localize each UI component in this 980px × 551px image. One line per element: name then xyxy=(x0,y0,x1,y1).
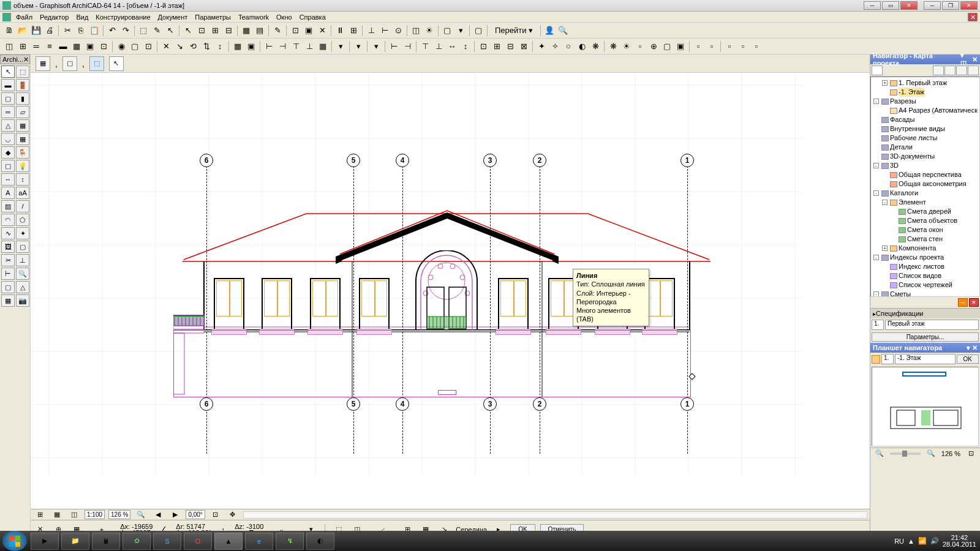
t15-icon[interactable]: ⇅ xyxy=(200,40,213,53)
info-default[interactable]: ▦ xyxy=(36,56,50,71)
layer-icon[interactable]: ▤ xyxy=(253,24,266,37)
t28-icon[interactable]: ⊣ xyxy=(401,40,414,53)
cursor-icon[interactable]: ↖ xyxy=(181,24,195,37)
trace-icon[interactable]: ✎ xyxy=(150,24,164,37)
undo-icon[interactable]: ↶ xyxy=(105,24,119,37)
tree-item[interactable]: Детали xyxy=(872,143,978,152)
mini-zoom-out[interactable]: 🔍 xyxy=(873,447,886,460)
tool-line[interactable]: / xyxy=(16,200,29,212)
tool-column[interactable]: ▮ xyxy=(16,92,29,105)
t8-icon[interactable]: ⊡ xyxy=(97,40,110,53)
snap2-icon[interactable]: ⊞ xyxy=(208,24,222,37)
tree-item[interactable]: Смета окон xyxy=(872,225,978,234)
tree-item[interactable]: + Компонента xyxy=(872,244,978,253)
nav-btn-3[interactable] xyxy=(956,66,967,75)
tool-beam[interactable]: ═ xyxy=(1,106,15,118)
paste-icon[interactable]: 📋 xyxy=(88,24,101,37)
print-icon[interactable]: 🖨 xyxy=(43,24,56,37)
snap1-icon[interactable]: ⊡ xyxy=(195,24,208,37)
task-archicad[interactable]: ▲ xyxy=(214,533,243,550)
clock-time[interactable]: 21:42 xyxy=(943,534,976,541)
t20-icon[interactable]: ⊣ xyxy=(276,40,289,53)
t6-icon[interactable]: ▦ xyxy=(70,40,83,53)
sel2-icon[interactable]: ▣ xyxy=(302,24,315,37)
tree-item[interactable]: - Сметы xyxy=(872,290,978,297)
task-explorer[interactable]: 📁 xyxy=(61,533,89,550)
t36-icon[interactable]: ⊠ xyxy=(517,40,530,53)
find2-icon[interactable]: 🔍 xyxy=(556,24,570,37)
tree-item[interactable]: Индекс листов xyxy=(872,262,978,271)
tool-zone[interactable]: ▢ xyxy=(1,160,15,172)
tree-item[interactable]: - Каталоги xyxy=(872,189,978,198)
tree-item[interactable]: Список чертежей xyxy=(872,280,978,290)
t25-icon[interactable]: ▾ xyxy=(352,40,365,53)
t14-icon[interactable]: ⟲ xyxy=(186,40,200,53)
menu-окно[interactable]: Окно xyxy=(273,12,296,22)
t13-icon[interactable]: ↘ xyxy=(173,40,186,53)
t51-icon[interactable]: ▫ xyxy=(736,40,750,53)
tool-object[interactable]: 🪑 xyxy=(16,146,29,159)
minimize-button[interactable]: ─ xyxy=(864,1,881,10)
suspend-icon[interactable]: ⏸ xyxy=(333,24,347,37)
tray-icon[interactable]: ▲ xyxy=(908,538,914,545)
tool-slab[interactable]: ▱ xyxy=(16,106,29,118)
t46-icon[interactable]: ▢ xyxy=(660,40,674,53)
t32-icon[interactable]: ↕ xyxy=(459,40,472,53)
menu-teamwork[interactable]: Teamwork xyxy=(235,12,273,22)
menu-документ[interactable]: Документ xyxy=(154,12,192,22)
t43-icon[interactable]: ☀ xyxy=(620,40,633,53)
task-media[interactable]: ▶ xyxy=(31,533,59,550)
t21-icon[interactable]: ⊤ xyxy=(289,40,303,53)
tool-lamp[interactable]: 💡 xyxy=(16,160,29,172)
tool-curtain[interactable]: ▦ xyxy=(16,133,29,145)
angle-input[interactable]: 0,00° xyxy=(186,510,205,519)
tree-item[interactable]: - Индексы проекта xyxy=(872,253,978,262)
tool-arc[interactable]: ◠ xyxy=(1,214,15,226)
info-geometry[interactable]: ⬚ xyxy=(89,56,104,71)
h-scrollbar[interactable] xyxy=(243,511,867,519)
t52-icon[interactable]: ▫ xyxy=(750,40,763,53)
org-name[interactable]: -1. Этаж xyxy=(895,354,956,364)
task-opera[interactable]: O xyxy=(184,533,212,550)
mini-zoom-in[interactable]: 🔍 xyxy=(924,447,938,460)
tool-elev[interactable]: ⊥ xyxy=(16,254,29,266)
scale-input[interactable]: 1:100 xyxy=(85,510,105,519)
nav-map-icon[interactable] xyxy=(872,66,883,75)
t45-icon[interactable]: ⊕ xyxy=(647,40,660,53)
render-icon[interactable]: ☀ xyxy=(423,24,436,37)
tool-roof[interactable]: △ xyxy=(1,119,15,132)
tool-morph[interactable]: ◆ xyxy=(1,146,15,159)
tree-item[interactable]: - 3D xyxy=(872,161,978,170)
info-layer[interactable]: ▢ xyxy=(62,56,77,71)
minimap[interactable] xyxy=(872,367,979,446)
tool-camera[interactable]: 📷 xyxy=(16,294,29,307)
fillet-icon[interactable]: ⊙ xyxy=(391,24,405,37)
tool-poly[interactable]: ⬠ xyxy=(16,214,29,226)
find-icon[interactable]: 👤 xyxy=(543,24,556,37)
tree-item[interactable]: Список видов xyxy=(872,271,978,280)
menu-редактор[interactable]: Редактор xyxy=(36,12,72,22)
spec-name[interactable]: Первый этаж xyxy=(885,320,979,330)
close-button[interactable]: ✕ xyxy=(900,1,918,10)
snap3-icon[interactable]: ⊟ xyxy=(222,24,235,37)
tray-vol-icon[interactable]: 🔊 xyxy=(930,537,939,545)
goto-icon[interactable]: Перейти ▾ xyxy=(489,24,538,37)
navigator-close-icon[interactable]: ✕ xyxy=(972,56,978,64)
t16-icon[interactable]: ↕ xyxy=(213,40,227,53)
t47-icon[interactable]: ▣ xyxy=(674,40,687,53)
t2-icon[interactable]: ⊞ xyxy=(16,40,29,53)
panel-close-icon[interactable]: ✕ xyxy=(969,298,979,307)
pick-icon[interactable]: ↖ xyxy=(164,24,177,37)
tool-section[interactable]: ✂ xyxy=(1,254,15,266)
tree-item[interactable]: Смета стен xyxy=(872,234,978,244)
drawing-canvas[interactable]: 665544332211 xyxy=(31,73,870,509)
tree-item[interactable]: Внутренние виды xyxy=(872,124,978,133)
view3d-icon[interactable]: ◫ xyxy=(409,24,423,37)
task-app2[interactable]: ◐ xyxy=(306,533,334,550)
tool-worksheet[interactable]: ▢ xyxy=(1,281,15,293)
tree-item[interactable]: 3D-документы xyxy=(872,152,978,161)
t26-icon[interactable]: ▾ xyxy=(369,40,383,53)
task-icq[interactable]: ✿ xyxy=(123,533,151,550)
spec-num[interactable]: 1. xyxy=(872,320,884,330)
zoom-input[interactable]: 126 % xyxy=(108,510,130,519)
